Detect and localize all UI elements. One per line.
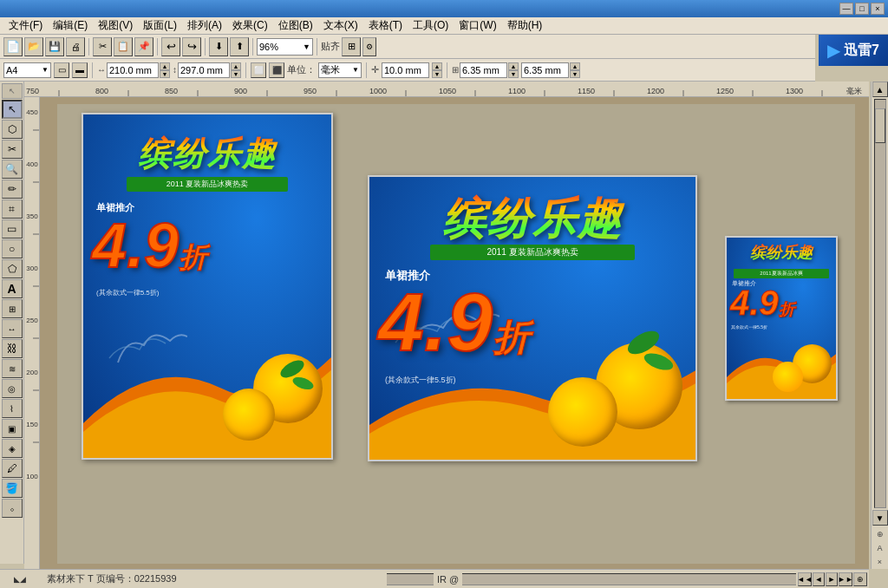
svg-text:300: 300 <box>26 265 38 272</box>
menu-bitmap[interactable]: 位图(B) <box>273 16 318 35</box>
poster-medium-subtitle: 2011 夏装新品冰爽热卖 <box>430 245 635 260</box>
menu-window[interactable]: 窗口(W) <box>454 16 501 35</box>
menu-effects[interactable]: 效果(C) <box>227 16 273 35</box>
nudge-up-btn[interactable]: ▲ <box>432 62 442 70</box>
nudge-down-btn[interactable]: ▼ <box>432 70 442 78</box>
contour-tool[interactable]: ◎ <box>2 379 23 398</box>
width-up-btn[interactable]: ▲ <box>160 62 170 70</box>
menu-arrange[interactable]: 排列(A) <box>182 16 227 35</box>
unit-combo[interactable]: 毫米 ▼ <box>318 62 362 78</box>
maximize-btn[interactable]: □ <box>855 3 869 15</box>
minimize-btn[interactable]: — <box>839 3 853 15</box>
page-next-btn[interactable]: ► <box>826 572 838 586</box>
distort-tool[interactable]: ⌇ <box>2 399 23 418</box>
landscape-btn[interactable]: ▬ <box>72 62 88 78</box>
fill-tool[interactable]: 🪣 <box>2 479 23 498</box>
zoom-in-corner-btn[interactable]: ⊕ <box>853 572 867 586</box>
transparency-tool[interactable]: ◈ <box>2 439 23 458</box>
text-tool[interactable]: A <box>2 279 23 298</box>
rect-tool[interactable]: ▭ <box>2 219 23 238</box>
svg-text:1200: 1200 <box>647 87 664 95</box>
scrollbar-vertical[interactable]: ▲ ▼ ⊕ A × <box>871 82 888 569</box>
height-input[interactable] <box>178 62 230 78</box>
table-tool[interactable]: ⊞ <box>2 299 23 318</box>
x-field-group: ⊞ ▲ ▼ <box>452 62 519 78</box>
height-up-btn[interactable]: ▲ <box>231 62 241 70</box>
dimension-tool[interactable]: ↔ <box>2 319 23 338</box>
scroll-down-btn[interactable]: ▼ <box>872 510 888 526</box>
menu-help[interactable]: 帮助(H) <box>502 16 548 35</box>
polygon-tool[interactable]: ⬠ <box>2 259 23 278</box>
portrait-btn[interactable]: ▭ <box>54 62 69 78</box>
width-spin: ▲ ▼ <box>160 62 170 78</box>
y-up-btn[interactable]: ▲ <box>570 62 580 70</box>
redo-btn[interactable]: ↪ <box>182 37 201 56</box>
svg-text:750: 750 <box>26 87 39 95</box>
x-up-btn[interactable]: ▲ <box>508 62 519 70</box>
poster-medium[interactable]: 缤纷乐趣 2011 夏装新品冰爽热卖 单裙推介 4.9 折 (其余款式一律5.5… <box>368 175 697 461</box>
import-btn[interactable]: ⬇ <box>209 37 228 56</box>
menu-tools[interactable]: 工具(O) <box>408 16 454 35</box>
width-input[interactable] <box>107 62 159 78</box>
pagesize-dropdown-icon[interactable]: ▼ <box>42 66 49 74</box>
height-down-btn[interactable]: ▼ <box>231 70 241 78</box>
ellipse-tool[interactable]: ○ <box>2 239 23 258</box>
cut-btn[interactable]: ✂ <box>93 37 112 56</box>
shape-tool[interactable]: ⬡ <box>2 120 23 139</box>
snap-config-btn[interactable]: ⚙ <box>362 37 376 56</box>
connector-tool[interactable]: ⛓ <box>2 339 23 358</box>
right-tool-3[interactable]: × <box>873 555 887 569</box>
menu-layout[interactable]: 版面(L) <box>138 16 182 35</box>
height-spin: ▲ ▼ <box>231 62 241 78</box>
poster-small[interactable]: 2011夏装新品冰爽 缤纷乐趣 单裙推介 4.9 折 其余款式一律5.5折 <box>725 236 838 401</box>
scroll-thumb-v[interactable] <box>875 108 885 143</box>
scroll-up-btn[interactable]: ▲ <box>872 82 888 97</box>
page-shape-btn[interactable]: ⬜ <box>251 62 266 78</box>
toolbar-main: 📄 📂 💾 🖨 ✂ 📋 📌 ↩ ↪ ⬇ ⬆ 96% ▼ 贴齐 ⊞ ⚙ <box>0 35 815 59</box>
menu-edit[interactable]: 编辑(E) <box>48 16 93 35</box>
pagesize-combo[interactable]: A4 ▼ <box>3 62 51 78</box>
x-down-btn[interactable]: ▼ <box>508 70 519 78</box>
open-btn[interactable]: 📂 <box>24 37 43 56</box>
freehand-tool[interactable]: ✏ <box>2 180 23 199</box>
unit-dropdown-icon[interactable]: ▼ <box>352 66 359 74</box>
undo-btn[interactable]: ↩ <box>161 37 180 56</box>
snap-btn[interactable]: ⊞ <box>342 37 361 56</box>
poster-large[interactable]: 缤纷乐趣 2011 夏装新品冰爽热卖 单裙推介 4.9 折 (其余款式一律5.5… <box>82 113 333 460</box>
y-down-btn[interactable]: ▼ <box>570 70 580 78</box>
menu-view[interactable]: 视图(V) <box>93 16 138 35</box>
eyedropper-tool[interactable]: 🖊 <box>2 459 23 478</box>
crop-tool[interactable]: ✂ <box>2 140 23 159</box>
menu-table[interactable]: 表格(T) <box>363 16 408 35</box>
export-btn[interactable]: ⬆ <box>230 37 249 56</box>
bleed-btn[interactable]: ⬛ <box>269 62 284 78</box>
print-btn[interactable]: 🖨 <box>66 37 85 56</box>
x-input[interactable] <box>460 62 507 78</box>
interactive-fill[interactable]: ⬦ <box>2 499 23 518</box>
page-first-btn[interactable]: ◄◄ <box>798 572 812 586</box>
nudge-input[interactable] <box>382 62 429 78</box>
menu-file[interactable]: 文件(F) <box>3 16 48 35</box>
zoom-dropdown-icon[interactable]: ▼ <box>303 42 310 51</box>
shadow-tool[interactable]: ▣ <box>2 419 23 438</box>
snap-label: 贴齐 <box>321 40 340 53</box>
app-logo: ▶ 迅雷7 <box>819 35 888 66</box>
copy-btn[interactable]: 📋 <box>114 37 133 56</box>
right-tool-2[interactable]: A <box>873 541 887 555</box>
page-prev-btn[interactable]: ◄ <box>813 572 825 586</box>
svg-text:1050: 1050 <box>439 87 456 95</box>
new-btn[interactable]: 📄 <box>3 37 23 56</box>
menu-text[interactable]: 文本(X) <box>318 16 363 35</box>
page-last-btn[interactable]: ►► <box>839 572 852 586</box>
width-down-btn[interactable]: ▼ <box>160 70 170 78</box>
smart-tool[interactable]: ⌗ <box>2 199 23 219</box>
close-btn[interactable]: × <box>871 3 885 15</box>
y-input[interactable] <box>521 62 569 78</box>
paste-btn[interactable]: 📌 <box>134 37 153 56</box>
zoom-combo[interactable]: 96% ▼ <box>257 38 313 56</box>
blend-tool[interactable]: ≋ <box>2 359 23 378</box>
right-tool-1[interactable]: ⊕ <box>873 527 887 541</box>
save-btn[interactable]: 💾 <box>45 37 64 56</box>
zoom-tool[interactable]: 🔍 <box>2 160 23 179</box>
select-tool[interactable]: ↖ <box>2 100 23 119</box>
